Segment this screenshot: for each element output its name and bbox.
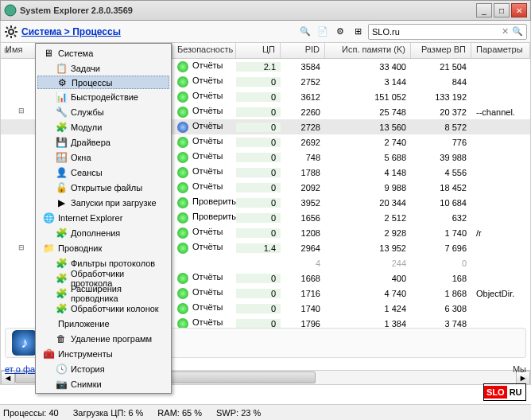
menu-item-службы[interactable]: 🔧Службы [37,104,169,119]
windows-icon[interactable]: ⊞ [351,25,365,39]
security-link[interactable]: Отчёты [192,136,223,146]
search-go-icon[interactable]: 🔍 [512,26,523,37]
menu-item-открытые-файлы[interactable]: 🔓Открытые файлы [37,180,169,195]
options-icon[interactable]: ⚙ [333,25,347,39]
security-link[interactable]: Проверить [192,196,236,206]
tree-expand-icon[interactable]: ⊟ [18,243,25,251]
cpu-cell: 0 [236,153,281,162]
menu-item-приложение[interactable]: Приложение [37,316,169,331]
menu-item-модули[interactable]: 🧩Модули [37,119,169,134]
security-link[interactable]: Проверить [192,212,236,221]
menu-item-история[interactable]: 🕓История [37,361,169,376]
menu-label: Процессы [72,78,112,88]
menu-item-окна[interactable]: 🪟Окна [37,150,169,165]
security-link[interactable]: Отчёты [192,181,223,191]
menu-item-проводник[interactable]: 📁Проводник [37,240,169,255]
svg-line-6 [6,27,8,29]
close-button[interactable]: ✕ [511,3,527,18]
menu-item-инструменты[interactable]: 🧰Инструменты [37,346,169,361]
breadcrumb[interactable]: Система > Процессы [21,26,295,37]
window-title: System Explorer 2.8.0.3569 [20,6,476,15]
vp-cell: 7 696 [411,243,471,253]
search-input[interactable] [372,27,502,37]
menu-item-система[interactable]: 🖥Система [37,45,169,60]
shield-icon [177,228,188,239]
menu-item-обработчики-колонок[interactable]: 🧩Обработчики колонок [37,301,169,316]
minimize-button[interactable]: _ [476,3,492,18]
col-vp[interactable]: Размер ВП [411,43,471,58]
security-link[interactable]: Отчёты [192,317,223,327]
pid-cell: 1208 [281,228,325,238]
security-link[interactable]: Отчёты [192,121,223,130]
security-cell: Отчёты [172,242,236,253]
clear-search-icon[interactable]: ✕ [502,26,509,37]
security-cell: Отчёты [172,76,236,87]
pid-cell: 3584 [281,62,325,72]
menu-item-расширения-проводника[interactable]: 🧩Расширения проводника [37,286,169,301]
find-icon[interactable]: 🔍 [298,25,312,39]
svg-point-0 [5,5,16,16]
tree-expand-icon[interactable]: ⊟ [18,107,25,115]
col-security[interactable]: Безопасность [172,43,236,58]
menu-item-драйвера[interactable]: 💾Драйвера [37,134,169,150]
menu-item-дополнения[interactable]: 🧩Дополнения [37,225,169,240]
menu-item-сеансы[interactable]: 👤Сеансы [37,165,169,180]
mem-cell: 33 400 [325,62,411,72]
security-link[interactable]: Отчёты [192,166,223,176]
security-link[interactable]: Отчёты [192,76,223,85]
col-pid[interactable]: PID [281,43,325,58]
shield-icon [177,167,188,178]
menu-item-удаление-программ[interactable]: 🗑Удаление программ [37,331,169,346]
security-link[interactable]: Отчёты [192,302,223,312]
shield-icon [177,152,188,163]
security-link[interactable]: Отчёты [192,272,223,282]
menu-item-internet-explorer[interactable]: 🌐Internet Explorer [37,210,169,225]
mem-cell: 5 688 [325,153,411,162]
menu-label: Модули [71,122,102,132]
col-params[interactable]: Параметры [471,43,530,58]
menu-icon: 🧩 [55,121,68,134]
security-link[interactable]: Отчёты [192,287,223,297]
settings-icon[interactable] [4,25,18,39]
menu-icon: 🖥 [42,47,55,60]
security-cell: Отчёты [172,166,236,177]
mem-cell: 244 [325,259,411,268]
menu-item-задачи[interactable]: 📋Задачи [37,60,169,76]
security-link[interactable]: Отчёты [192,106,223,115]
vp-cell: 39 988 [411,153,471,162]
maximize-button[interactable]: □ [494,3,510,18]
search-box[interactable]: ✕ 🔍 [368,24,527,40]
security-cell: Отчёты [172,106,236,117]
pid-cell: 1788 [281,168,325,177]
security-cell: Отчёты [172,91,236,102]
pid-cell: 1656 [281,213,325,223]
security-cell: Отчёты [172,227,236,238]
cpu-cell: 0 [236,122,281,132]
security-link[interactable]: Отчёты [192,227,223,236]
mem-cell: 2 928 [325,228,411,238]
mem-cell: 25 748 [325,107,411,117]
security-link[interactable]: Отчёты [192,242,223,251]
mem-cell: 1 424 [325,304,411,313]
menu-icon: 🧰 [42,348,55,360]
pid-cell: 1796 [281,319,325,329]
menu-icon: 👤 [55,166,68,179]
status-ram: RAM: 65 % [157,408,202,418]
menu-icon [42,317,55,330]
col-cpu[interactable]: ЦП [236,43,281,58]
menu-item-процессы[interactable]: ⚙Процессы [37,76,169,89]
shield-icon [177,243,188,254]
menu-item-запуски-при-загрузке[interactable]: ▶Запуски при загрузке [37,195,169,210]
security-link[interactable]: Отчёты [192,60,223,70]
menu-icon: 🗑 [55,332,68,345]
mem-cell: 151 052 [325,92,411,102]
col-mem[interactable]: Исп. памяти (K) [325,43,411,58]
security-link[interactable]: Отчёты [192,151,223,161]
security-link[interactable]: Отчёты [192,91,223,100]
menu-item-быстродействие[interactable]: 📊Быстродействие [37,89,169,104]
cpu-cell: 0 [236,319,281,329]
list-icon[interactable]: 📄 [316,25,330,39]
watermark: SLO RU [483,383,526,401]
menu-item-снимки[interactable]: 📷Снимки [37,376,169,391]
shield-icon [177,122,188,133]
